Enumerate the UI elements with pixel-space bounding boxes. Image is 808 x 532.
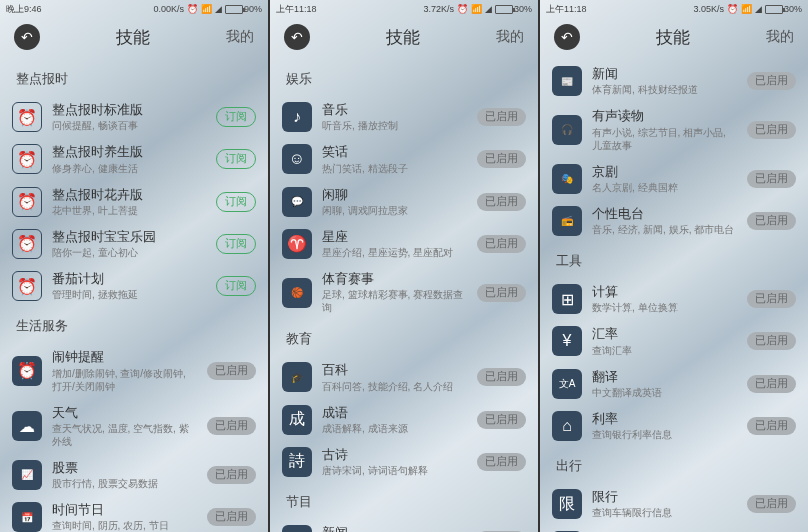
list-item[interactable]: 📈股票股市行情, 股票交易数据已启用 [12,454,256,496]
item-subtitle: 名人京剧, 经典国粹 [592,181,737,194]
list-item[interactable]: 成成语成语解释, 成语来源已启用 [282,399,526,441]
list-item[interactable]: ⏰整点报时标准版问候提醒, 畅谈百事订阅 [12,96,256,138]
enabled-badge: 已启用 [207,508,256,526]
subscribe-button[interactable]: 订阅 [216,107,256,127]
mine-link[interactable]: 我的 [226,28,254,46]
item-subtitle: 中文翻译成英语 [592,386,737,399]
list-item[interactable]: ⏰整点报时养生版修身养心, 健康生活订阅 [12,138,256,180]
item-title: 汇率 [592,326,737,342]
item-subtitle: 音乐, 经济, 新闻, 娱乐, 都市电台 [592,223,737,236]
clock-icon: ⏰ [12,144,42,174]
music-icon: ♪ [282,102,312,132]
back-button[interactable]: ↶ [284,24,310,50]
item-text: 番茄计划管理时间, 拯救拖延 [52,271,206,301]
back-button[interactable]: ↶ [14,24,40,50]
enabled-badge: 已启用 [747,121,796,139]
list-item[interactable]: 限限行查询车辆限行信息已启用 [552,483,796,525]
item-text: 百科百科问答, 技能介绍, 名人介绍 [322,362,467,392]
item-subtitle: 数学计算, 单位换算 [592,301,737,314]
wifi-icon: 📶 [741,4,752,14]
mine-link[interactable]: 我的 [496,28,524,46]
wifi-icon: 📶 [471,4,482,14]
list-item[interactable]: 詩古诗唐诗宋词, 诗词语句解释已启用 [282,441,526,483]
item-text: 成语成语解释, 成语来源 [322,405,467,435]
list-item[interactable]: 📻个性电台音乐, 经济, 新闻, 娱乐, 都市电台已启用 [552,200,796,242]
status-speed: 3.72K/s [423,4,454,14]
list-item[interactable]: 🏀体育赛事足球, 篮球精彩赛事, 赛程数据查询已启用 [282,265,526,320]
smile-icon: ☺ [282,144,312,174]
item-title: 音乐 [322,102,467,118]
zodiac-icon: ♈ [282,229,312,259]
list-item[interactable]: ⏰闹钟提醒增加/删除闹钟, 查询/修改闹钟, 打开/关闭闹钟已启用 [12,343,256,398]
back-button[interactable]: ↶ [554,24,580,50]
alarm-indicator-icon: ⏰ [187,4,198,14]
list-item[interactable]: 油油价实时油价查询已启用 [552,525,796,532]
screen-2: 上午11:183.05K/s⏰📶◢30%↶技能我的📰新闻体育新闻, 科技财经报道… [540,0,808,532]
item-title: 体育赛事 [322,271,467,287]
item-text: 翻译中文翻译成英语 [592,369,737,399]
list-item[interactable]: ♈星座星座介绍, 星座运势, 星座配对已启用 [282,223,526,265]
item-title: 闲聊 [322,187,467,203]
opera-icon: 🎭 [552,164,582,194]
list-item[interactable]: ⏰整点报时宝宝乐园陪你一起, 童心初心订阅 [12,223,256,265]
status-time: 晚上9:46 [6,3,42,16]
status-right: 3.72K/s⏰📶◢30% [423,4,532,14]
translate-icon: 文A [552,369,582,399]
subscribe-button[interactable]: 订阅 [216,234,256,254]
calc-icon: ⊞ [552,284,582,314]
list-item[interactable]: ⊞计算数学计算, 单位换算已启用 [552,278,796,320]
content[interactable]: 整点报时⏰整点报时标准版问候提醒, 畅谈百事订阅⏰整点报时养生版修身养心, 健康… [0,60,268,532]
list-item[interactable]: 🎭京剧名人京剧, 经典国粹已启用 [552,158,796,200]
item-text: 整点报时养生版修身养心, 健康生活 [52,144,206,174]
item-title: 股票 [52,460,197,476]
list-item[interactable]: ☁天气查天气状况, 温度, 空气指数, 紫外线已启用 [12,399,256,454]
enabled-badge: 已启用 [207,417,256,435]
list-item[interactable]: 🎧有声读物有声小说, 综艺节目, 相声小品, 儿童故事已启用 [552,102,796,157]
enabled-badge: 已启用 [207,466,256,484]
list-item[interactable]: ♪音乐听音乐, 播放控制已启用 [282,96,526,138]
subscribe-button[interactable]: 订阅 [216,149,256,169]
item-title: 京剧 [592,164,737,180]
enabled-badge: 已启用 [477,284,526,302]
enabled-badge: 已启用 [477,453,526,471]
item-subtitle: 查询银行利率信息 [592,428,737,441]
content[interactable]: 📰新闻体育新闻, 科技财经报道已启用🎧有声读物有声小说, 综艺节目, 相声小品,… [540,60,808,532]
poem-icon: 詩 [282,447,312,477]
mine-link[interactable]: 我的 [766,28,794,46]
enabled-badge: 已启用 [477,193,526,211]
list-item[interactable]: 📰新闻体育新闻, 科技财经报道已启用 [552,60,796,102]
item-subtitle: 听音乐, 播放控制 [322,119,467,132]
list-item[interactable]: ⏰番茄计划管理时间, 拯救拖延订阅 [12,265,256,307]
list-item[interactable]: 🎓百科百科问答, 技能介绍, 名人介绍已启用 [282,356,526,398]
item-text: 闲聊闲聊, 调戏阿拉思家 [322,187,467,217]
status-bar: 上午11:183.05K/s⏰📶◢30% [540,0,808,18]
status-speed: 3.05K/s [693,4,724,14]
header: ↶技能我的 [0,18,268,60]
list-item[interactable]: 💬闲聊闲聊, 调戏阿拉思家已启用 [282,181,526,223]
enabled-badge: 已启用 [477,150,526,168]
item-title: 新闻 [322,525,467,532]
list-item[interactable]: ⌂利率查询银行利率信息已启用 [552,405,796,447]
enabled-badge: 已启用 [477,108,526,126]
subscribe-button[interactable]: 订阅 [216,276,256,296]
list-item[interactable]: 📅时间节日查询时间, 阴历, 农历, 节日已启用 [12,496,256,532]
enabled-badge: 已启用 [747,212,796,230]
list-item[interactable]: ⏰整点报时花卉版花中世界, 叶上菩提订阅 [12,181,256,223]
exchange-icon: ¥ [552,326,582,356]
subscribe-button[interactable]: 订阅 [216,192,256,212]
enabled-badge: 已启用 [747,417,796,435]
section-title: 出行 [552,447,796,483]
item-subtitle: 查天气状况, 温度, 空气指数, 紫外线 [52,422,197,448]
news-icon: 📰 [552,66,582,96]
idiom-icon: 成 [282,405,312,435]
section-title: 教育 [282,320,526,356]
item-title: 天气 [52,405,197,421]
list-item[interactable]: 文A翻译中文翻译成英语已启用 [552,363,796,405]
item-text: 体育赛事足球, 篮球精彩赛事, 赛程数据查询 [322,271,467,314]
list-item[interactable]: ¥汇率查询汇率已启用 [552,320,796,362]
item-text: 古诗唐诗宋词, 诗词语句解释 [322,447,467,477]
list-item[interactable]: 📰新闻实时油价查询已启用 [282,519,526,532]
item-text: 整点报时宝宝乐园陪你一起, 童心初心 [52,229,206,259]
list-item[interactable]: ☺笑话热门笑话, 精选段子已启用 [282,138,526,180]
content[interactable]: 娱乐♪音乐听音乐, 播放控制已启用☺笑话热门笑话, 精选段子已启用💬闲聊闲聊, … [270,60,538,532]
